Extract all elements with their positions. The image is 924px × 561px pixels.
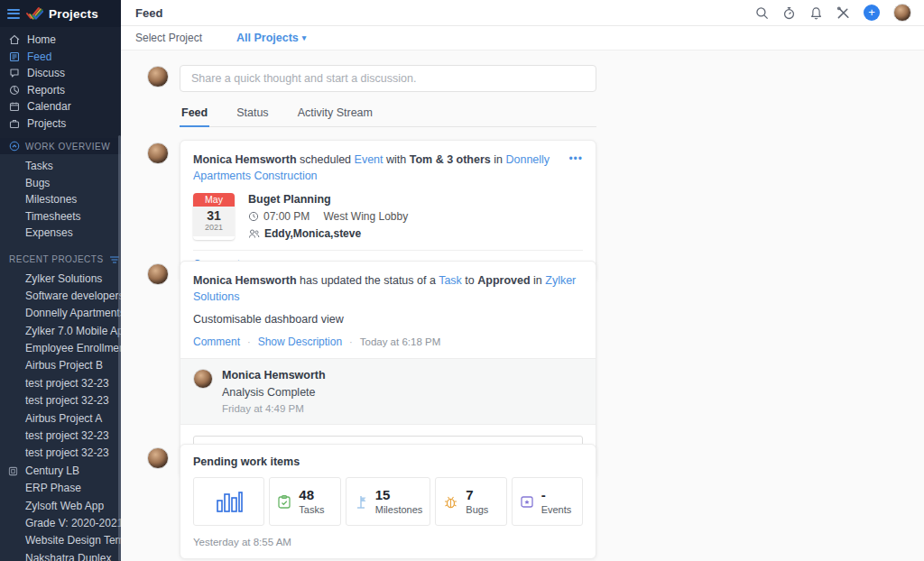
work-overview-item[interactable]: Timesheets [0, 208, 121, 225]
section-label: WORK OVERVIEW [25, 142, 110, 152]
tools-icon[interactable] [836, 6, 850, 20]
section-label: RECENT PROJECTS [9, 254, 104, 264]
hamburger-menu-icon[interactable] [7, 9, 20, 19]
feed-item-headline: Monica Hemsworth scheduled Event with To… [193, 152, 559, 184]
bar-chart-icon [216, 490, 243, 513]
work-overview-item[interactable]: Bugs [0, 175, 121, 192]
recent-project-item[interactable]: Donnelly Apartments C [0, 305, 121, 322]
project-filter-bar: Select Project All Projects▾ [121, 26, 924, 51]
recent-project-item[interactable]: Zylker 7.0 Mobile App [0, 323, 121, 340]
stat-tasks-tile[interactable]: 48Tasks [269, 477, 340, 526]
top-bar: Feed + [121, 0, 924, 26]
work-overview-item[interactable]: Expenses [0, 225, 121, 242]
sidebar: Projects Home Feed Discuss Reports Calen… [0, 0, 121, 561]
share-thought-input[interactable] [180, 65, 596, 92]
calendar-date-widget: May 31 2021 [193, 193, 235, 240]
stat-value: - [541, 488, 572, 503]
project-name: Century LB [25, 464, 79, 477]
text-segment: with [383, 153, 410, 166]
recent-project-item[interactable]: Zylsoft Web App [0, 498, 121, 515]
tab-status[interactable]: Status [235, 106, 270, 126]
commenter-name: Monica Hemsworth [222, 369, 326, 382]
tab-feed[interactable]: Feed [180, 106, 209, 127]
project-name: test project 32-23 [25, 446, 109, 459]
recent-project-item[interactable]: test project 32-23 [0, 445, 121, 462]
recent-project-item[interactable]: Zylker Solutions [0, 271, 121, 288]
comment-text: Analysis Complete [222, 386, 326, 399]
recent-project-item[interactable]: Airbus Project B [0, 357, 121, 374]
recent-project-item[interactable]: Airbus Project A [0, 410, 121, 428]
stat-events-tile[interactable]: -Events [512, 477, 583, 526]
feed-card-pending-work: Pending work items 48Tasks [180, 444, 596, 559]
add-button[interactable]: + [864, 5, 880, 21]
feed-item-avatar [147, 447, 169, 469]
recent-project-item[interactable]: Grade V: 2020-2021 [0, 515, 121, 532]
work-overview-item[interactable]: Milestones [0, 191, 121, 208]
sidebar-item-label: Feed [27, 51, 51, 63]
attendees-icon [248, 228, 260, 239]
sidebar-item-calendar[interactable]: Calendar [0, 98, 121, 115]
recent-project-item[interactable]: test project 32-23 [0, 392, 121, 409]
recent-project-item[interactable]: Website Design Templa [0, 532, 121, 549]
timer-icon[interactable] [782, 6, 796, 20]
stat-milestones-tile[interactable]: 15Milestones [346, 477, 431, 526]
discuss-icon [9, 68, 20, 78]
recent-project-item[interactable]: Employee Enrollment [0, 340, 121, 357]
event-location: West Wing Lobby [323, 210, 408, 223]
stat-value: 7 [466, 488, 488, 503]
stat-value: 15 [375, 488, 423, 503]
app-title: Projects [49, 7, 98, 21]
stat-label: Bugs [466, 504, 488, 515]
app-window: Projects Home Feed Discuss Reports Calen… [0, 0, 924, 561]
stat-label: Tasks [299, 504, 324, 515]
sidebar-item-reports[interactable]: Reports [0, 82, 121, 99]
text-segment: scheduled [297, 153, 355, 166]
separator-dot: · [349, 336, 353, 347]
collapse-circle-icon [9, 141, 20, 152]
comment-link[interactable]: Comment [193, 336, 240, 348]
commenter-avatar [193, 369, 213, 389]
project-name: Employee Enrollment [25, 342, 121, 354]
sidebar-item-projects[interactable]: Projects [0, 115, 121, 133]
recent-project-item[interactable]: test project 32-23 [0, 375, 121, 392]
project-name: Nakshatra Duplex [25, 552, 111, 561]
all-projects-dropdown[interactable]: All Projects▾ [236, 32, 306, 44]
work-overview-header[interactable]: WORK OVERVIEW [0, 138, 121, 154]
stat-value: 48 [299, 488, 324, 503]
recent-project-item[interactable]: Software developers re [0, 288, 121, 305]
sidebar-item-feed[interactable]: Feed [0, 49, 121, 66]
timestamp: Today at 6:18 PM [360, 336, 441, 347]
sidebar-item-home[interactable]: Home [0, 32, 121, 49]
inline-link[interactable]: Event [355, 153, 383, 166]
sidebar-main-menu: Home Feed Discuss Reports Calendar Proje… [0, 27, 121, 138]
project-name: Donnelly Apartments C [25, 307, 121, 319]
recent-project-item[interactable]: test project 32-23 [0, 428, 121, 445]
show-description-link[interactable]: Show Description [258, 336, 342, 348]
feed-item-avatar [147, 143, 169, 164]
feed-content: Feed Status Activity Stream Monica Hemsw… [121, 51, 924, 561]
sidebar-item-label: Calendar [27, 100, 71, 113]
feed-item-headline: Monica Hemsworth has updated the status … [193, 272, 583, 305]
recent-project-item[interactable]: Century LB [0, 463, 121, 480]
event-title: Buget Planning [248, 193, 408, 206]
recent-project-item[interactable]: Nakshatra Duplex [0, 550, 121, 561]
stat-chart-tile[interactable] [193, 477, 264, 526]
project-name: Zylker Solutions [25, 272, 102, 285]
stat-bugs-tile[interactable]: 7Bugs [435, 477, 506, 526]
search-icon[interactable] [755, 6, 769, 20]
home-icon [9, 34, 20, 45]
work-overview-item[interactable]: Tasks [0, 158, 121, 175]
user-avatar[interactable] [893, 4, 911, 22]
sidebar-item-label: Projects [27, 117, 66, 130]
tab-activity-stream[interactable]: Activity Stream [296, 106, 374, 126]
project-group-icon [8, 466, 18, 476]
select-project-label: Select Project [135, 32, 202, 44]
recent-project-item[interactable]: ERP Phase [0, 480, 121, 497]
text-segment: Monica Hemsworth [193, 153, 297, 166]
page-title: Feed [135, 6, 162, 20]
notifications-bell-icon[interactable] [809, 6, 823, 20]
projects-icon [9, 118, 20, 129]
inline-link[interactable]: Task [439, 274, 462, 287]
sidebar-item-discuss[interactable]: Discuss [0, 65, 121, 82]
more-options-icon[interactable]: ••• [568, 152, 583, 184]
